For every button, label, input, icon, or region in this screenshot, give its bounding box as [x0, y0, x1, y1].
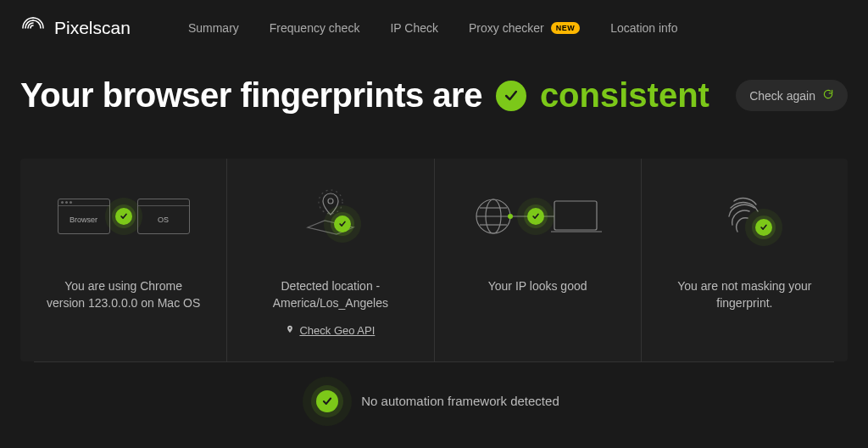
card-fingerprint: You are not masking your fingerprint. — [642, 159, 848, 361]
hero-prefix: Your browser fingerprints are — [20, 76, 482, 115]
footer-check-wrap — [309, 383, 346, 420]
top-nav: Summary Frequency check IP Check Proxy c… — [188, 21, 678, 35]
hero: Your browser fingerprints are consistent… — [0, 56, 868, 125]
hero-title: Your browser fingerprints are consistent — [20, 76, 709, 115]
check-circle-icon — [755, 219, 772, 236]
ip-graphic — [452, 186, 624, 247]
card-browser-text: You are using Chrome version 123.0.0.0 o… — [37, 277, 209, 312]
check-circle-icon — [115, 208, 132, 225]
check-again-label: Check again — [749, 89, 815, 103]
nav-summary[interactable]: Summary — [188, 21, 239, 35]
browser-box-label: Browser — [58, 206, 109, 233]
os-box: OS — [137, 199, 190, 234]
map-pin-icon — [286, 324, 294, 337]
card-ip: Your IP looks good — [435, 159, 642, 361]
os-box-label: OS — [138, 206, 189, 233]
check-geo-api-link[interactable]: Check Geo API — [286, 324, 375, 337]
card-fingerprint-text: You are not masking your fingerprint. — [659, 277, 831, 312]
nav-proxy-label: Proxy checker — [469, 21, 544, 35]
status-cards: Browser OS You are using Chrome version … — [20, 159, 848, 361]
geo-link-label: Check Geo API — [299, 324, 375, 337]
svg-point-1 — [328, 199, 333, 204]
check-again-button[interactable]: Check again — [736, 80, 848, 111]
logo[interactable]: Pixelscan — [20, 15, 131, 41]
fingerprint-graphic — [659, 186, 831, 247]
new-badge: NEW — [551, 22, 581, 34]
automation-status-text: No automation framework detected — [361, 394, 559, 408]
card-ip-text: Your IP looks good — [452, 277, 624, 294]
location-graphic — [244, 186, 416, 247]
svg-point-2 — [289, 327, 291, 328]
card-location-text: Detected location - America/Los_Angeles — [244, 277, 416, 312]
browser-box: Browser — [58, 199, 110, 234]
brand-name: Pixelscan — [54, 18, 131, 38]
check-circle-icon — [316, 390, 338, 412]
automation-status-row: No automation framework detected — [34, 361, 834, 440]
nav-proxy-checker[interactable]: Proxy checker NEW — [469, 21, 580, 35]
refresh-icon — [822, 88, 834, 103]
card-browser: Browser OS You are using Chrome version … — [20, 159, 227, 361]
browser-os-graphic: Browser OS — [37, 186, 209, 247]
check-circle-icon — [334, 216, 351, 232]
hero-status: consistent — [540, 76, 709, 115]
card-location: Detected location - America/Los_Angeles … — [227, 159, 434, 361]
nav-ip-check[interactable]: IP Check — [390, 21, 438, 35]
nav-location-info[interactable]: Location info — [610, 21, 677, 35]
check-circle-icon — [496, 81, 526, 111]
nav-frequency-check[interactable]: Frequency check — [270, 21, 360, 35]
check-circle-icon — [527, 208, 544, 225]
fingerprint-swirl-icon — [20, 15, 46, 41]
svg-point-11 — [508, 214, 513, 219]
svg-rect-9 — [554, 201, 597, 230]
header: Pixelscan Summary Frequency check IP Che… — [0, 0, 868, 56]
